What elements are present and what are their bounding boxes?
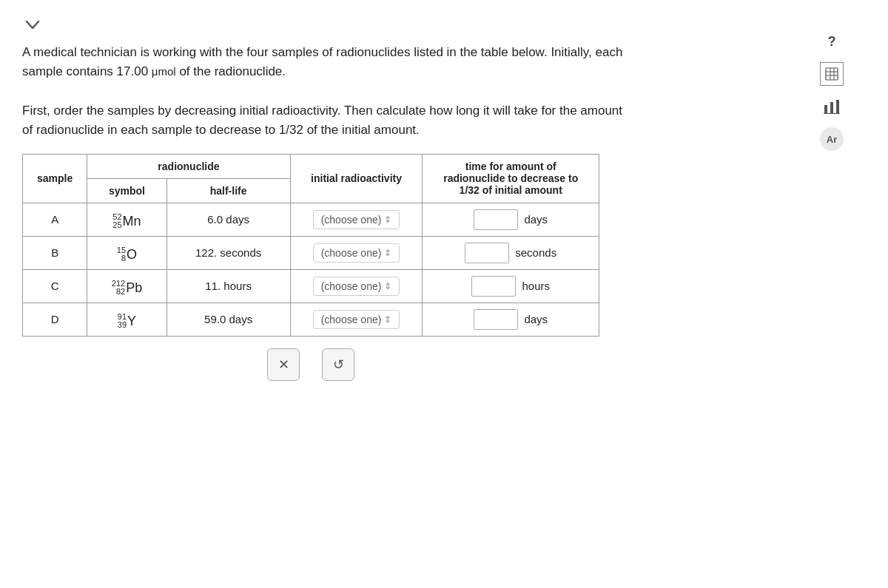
time-input-A[interactable] [474, 209, 518, 230]
problem-text-2: of the radionuclide. [176, 64, 286, 78]
clear-button[interactable]: ✕ [267, 348, 300, 381]
concentration-unit: μmol [152, 65, 176, 78]
time-cell-B: seconds [423, 236, 599, 269]
radioactivity-cell-D[interactable]: (choose one) ⇕ [290, 303, 423, 336]
symbol-cell-A: 52 25 Mn [87, 203, 166, 236]
svg-rect-7 [836, 100, 839, 113]
half-life-cell-A: 6.0 days [166, 203, 290, 236]
symbol-cell-B: 15 8 O [87, 236, 166, 269]
sample-cell-C: C [23, 269, 87, 303]
half-life-cell-B: 122. seconds [166, 236, 290, 269]
radionuclide-header: radionuclide [87, 154, 290, 178]
data-table: sample radionuclide initial radioactivit… [22, 154, 599, 381]
concentration-value: 17.00 [117, 64, 149, 78]
radioactivity-cell-A[interactable]: (choose one) ⇕ [290, 203, 423, 236]
svg-rect-0 [826, 68, 838, 80]
time-input-B[interactable] [465, 243, 509, 263]
table-row: C 212 82 Pb 11. hours (choose one) ⇕ hou… [23, 269, 599, 303]
half-life-cell-D: 59.0 days [166, 303, 290, 336]
time-cell-A: days [423, 203, 599, 236]
fraction-value: 1/32 [279, 123, 303, 137]
table-row: A 52 25 Mn 6.0 days (choose one) ⇕ days [23, 203, 599, 236]
time-cell-D: days [423, 303, 599, 336]
half-life-header: half-life [166, 178, 290, 203]
symbol-cell-D: 91 39 Y [87, 303, 166, 336]
help-icon[interactable]: ? [820, 30, 844, 53]
choose-one-dropdown-A[interactable]: (choose one) ⇕ [313, 210, 400, 229]
problem-text-4: of the initial amount. [303, 123, 420, 137]
reset-button[interactable]: ↺ [322, 348, 354, 381]
sample-header: sample [23, 154, 87, 203]
sample-cell-B: B [23, 236, 87, 269]
table-icon[interactable] [820, 62, 844, 86]
table-row: B 15 8 O 122. seconds (choose one) ⇕ sec… [23, 236, 599, 269]
problem-text-1: A medical technician is working with the… [22, 45, 622, 78]
half-life-cell-C: 11. hours [166, 269, 290, 303]
svg-rect-5 [824, 105, 827, 113]
table-row: D 91 39 Y 59.0 days (choose one) ⇕ days [23, 303, 599, 336]
sample-cell-D: D [23, 303, 87, 336]
time-input-D[interactable] [474, 309, 518, 330]
unit-label-B: seconds [515, 246, 556, 259]
problem-description: A medical technician is working with the… [22, 43, 629, 141]
choose-one-dropdown-D[interactable]: (choose one) ⇕ [313, 310, 400, 329]
radioactivity-cell-C[interactable]: (choose one) ⇕ [290, 269, 423, 303]
side-toolbar: ? Ar [820, 30, 844, 151]
unit-label-C: hours [522, 280, 550, 292]
radioactivity-cell-B[interactable]: (choose one) ⇕ [290, 236, 423, 269]
element-icon[interactable]: Ar [820, 127, 844, 151]
symbol-cell-C: 212 82 Pb [87, 269, 166, 303]
svg-rect-6 [830, 102, 833, 113]
unit-label-D: days [524, 313, 548, 325]
choose-one-dropdown-C[interactable]: (choose one) ⇕ [313, 277, 400, 296]
time-cell-C: hours [423, 269, 599, 303]
chart-icon[interactable] [820, 95, 844, 118]
chevron-down-icon[interactable] [22, 15, 43, 36]
symbol-header: symbol [87, 178, 166, 203]
initial-radioactivity-header: initial radioactivity [290, 154, 423, 203]
choose-one-dropdown-B[interactable]: (choose one) ⇕ [313, 243, 400, 263]
time-header: time for amount of radionuclide to decre… [423, 154, 599, 203]
table-actions: ✕ ↺ [22, 348, 599, 381]
time-input-C[interactable] [471, 276, 516, 297]
sample-cell-A: A [23, 203, 87, 236]
unit-label-A: days [524, 213, 548, 226]
